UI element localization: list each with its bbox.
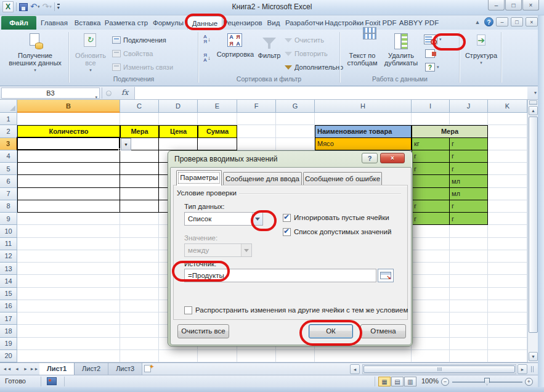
- row-header-7[interactable]: 7: [0, 188, 17, 200]
- formula-input[interactable]: [134, 87, 527, 99]
- cell[interactable]: [315, 350, 412, 362]
- vertical-scroll-thumb[interactable]: [529, 116, 538, 333]
- ignore-blank-checkbox[interactable]: [283, 214, 291, 222]
- cell[interactable]: [488, 300, 527, 312]
- left-table-header[interactable]: Сумма: [198, 125, 237, 137]
- cell[interactable]: [120, 150, 159, 163]
- cell[interactable]: [120, 200, 159, 213]
- cell[interactable]: [120, 175, 159, 187]
- minimize-button[interactable]: –: [488, 0, 505, 10]
- cell[interactable]: [488, 200, 527, 213]
- filter-button[interactable]: Фильтр: [256, 32, 282, 59]
- get-external-data-button[interactable]: Получение внешних данных ▾: [4, 32, 67, 74]
- cell[interactable]: [17, 300, 120, 312]
- cell[interactable]: [120, 163, 159, 175]
- tab-input-message[interactable]: Сообщение для ввода: [223, 172, 302, 185]
- column-header-G[interactable]: G: [276, 100, 315, 113]
- cell[interactable]: [198, 350, 237, 362]
- sheet-tab-Лист3[interactable]: Лист3: [108, 363, 142, 375]
- zoom-out-button[interactable]: −: [441, 378, 449, 386]
- close-button[interactable]: ×: [522, 0, 539, 10]
- row-header-13[interactable]: 13: [0, 263, 17, 275]
- row-header-18[interactable]: 18: [0, 325, 17, 337]
- measure-cell[interactable]: [412, 175, 450, 187]
- measure-cell[interactable]: г: [450, 138, 488, 150]
- column-header-K[interactable]: K: [488, 100, 527, 113]
- left-table-header[interactable]: Количество: [17, 125, 120, 137]
- cell[interactable]: [450, 263, 488, 275]
- cell[interactable]: [450, 250, 488, 263]
- row-header-17[interactable]: 17: [0, 312, 17, 325]
- measure-cell[interactable]: мл: [450, 188, 488, 200]
- zoom-slider-thumb[interactable]: [484, 378, 490, 385]
- cell[interactable]: [488, 125, 527, 137]
- cell[interactable]: [450, 312, 488, 325]
- cell[interactable]: [412, 350, 450, 362]
- measure-cell[interactable]: г: [412, 163, 450, 175]
- column-header-J[interactable]: J: [450, 100, 488, 113]
- cell[interactable]: [488, 338, 527, 350]
- cell[interactable]: [488, 213, 527, 225]
- cell[interactable]: [412, 312, 450, 325]
- cell[interactable]: [17, 250, 120, 263]
- measure-cell[interactable]: кг: [412, 138, 450, 150]
- cell-dropdown-button[interactable]: ▼: [121, 138, 131, 150]
- collapse-ribbon-icon[interactable]: ▲: [473, 18, 482, 27]
- split-handle[interactable]: [529, 100, 537, 105]
- ribbon-tab-0[interactable]: Файл: [1, 16, 36, 30]
- cell[interactable]: [276, 350, 315, 362]
- cell[interactable]: [17, 213, 120, 225]
- measure-cell[interactable]: мл: [450, 175, 488, 187]
- connections-button[interactable]: Подключения: [112, 34, 166, 46]
- product-name-cell[interactable]: Мясо: [315, 138, 412, 150]
- scroll-left-arrow[interactable]: ◄: [350, 364, 360, 374]
- row-header-20[interactable]: 20: [0, 350, 17, 362]
- cell[interactable]: [488, 238, 527, 250]
- cell[interactable]: [17, 288, 120, 300]
- what-if-analysis-button[interactable]: ? ▾: [425, 63, 439, 71]
- cancel-button[interactable]: Отмена: [360, 324, 406, 338]
- ribbon-tab-7[interactable]: Вид: [263, 16, 284, 30]
- cell[interactable]: [450, 288, 488, 300]
- reapply-button[interactable]: Повторить: [285, 47, 328, 60]
- properties-button[interactable]: Свойства: [112, 47, 153, 60]
- customize-qat-icon[interactable]: ▾: [57, 4, 60, 10]
- cell[interactable]: [412, 300, 450, 312]
- cell[interactable]: [315, 113, 412, 125]
- ribbon-tab-1[interactable]: Главная: [37, 16, 71, 30]
- cell[interactable]: [17, 175, 120, 187]
- column-header-I[interactable]: I: [412, 100, 450, 113]
- page-break-view-button[interactable]: ▥: [404, 377, 416, 386]
- right-table-measure-header[interactable]: Мера: [412, 125, 488, 137]
- left-table-header[interactable]: Цена: [159, 125, 198, 137]
- cell[interactable]: [412, 263, 450, 275]
- cell[interactable]: [120, 350, 159, 362]
- insert-function-icon[interactable]: fx: [121, 88, 128, 97]
- row-header-10[interactable]: 10: [0, 225, 17, 237]
- sheet-tab-Лист2[interactable]: Лист2: [75, 363, 108, 375]
- vertical-scrollbar[interactable]: ▲ ▼: [527, 100, 538, 362]
- cell[interactable]: [488, 250, 527, 263]
- tab-parameters[interactable]: Параметры: [176, 170, 222, 186]
- cell[interactable]: [159, 113, 198, 125]
- cell[interactable]: [450, 113, 488, 125]
- cell[interactable]: [198, 113, 237, 125]
- refresh-all-button[interactable]: ↻ Обновить все ▾: [73, 32, 108, 74]
- cell[interactable]: [237, 350, 276, 362]
- outline-button[interactable]: ➔ Структура ▾: [463, 32, 499, 67]
- measure-cell[interactable]: [412, 188, 450, 200]
- cell[interactable]: [120, 250, 159, 263]
- measure-cell[interactable]: г: [412, 150, 450, 163]
- cell[interactable]: [120, 312, 159, 325]
- cell[interactable]: [17, 275, 120, 287]
- measure-cell[interactable]: г: [412, 200, 450, 213]
- cell[interactable]: [412, 338, 450, 350]
- cell[interactable]: [488, 312, 527, 325]
- previous-sheet-button[interactable]: ◄: [12, 365, 22, 374]
- cell[interactable]: [488, 188, 527, 200]
- cell[interactable]: [17, 188, 120, 200]
- page-layout-view-button[interactable]: ▤: [391, 377, 404, 386]
- sort-button[interactable]: АЯЯА Сортировка: [216, 32, 255, 58]
- edit-links-button[interactable]: Изменить связи: [112, 61, 173, 73]
- remove-duplicates-button[interactable]: Удалить дубликаты: [382, 32, 420, 67]
